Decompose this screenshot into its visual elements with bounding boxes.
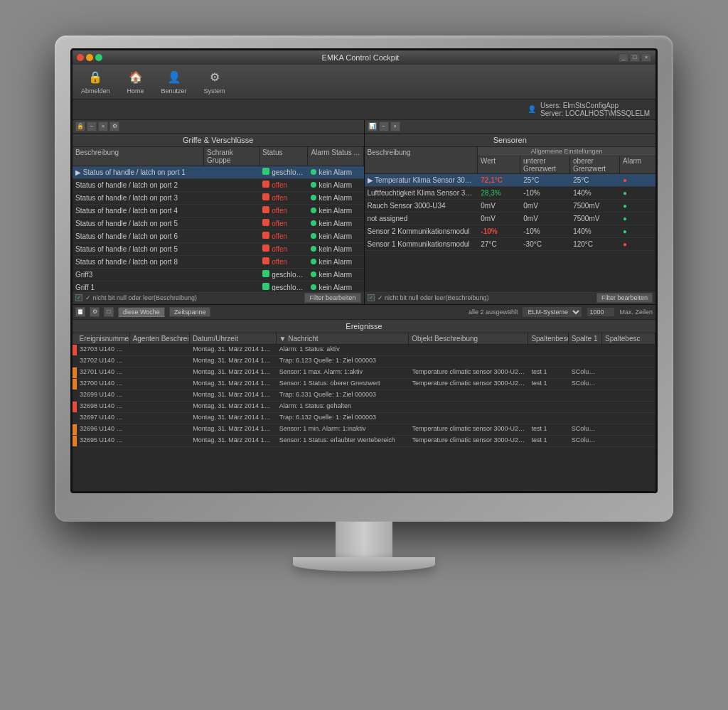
ev-spaltebesc — [602, 390, 655, 401]
table-row[interactable]: Status of handle / latch on port 4 offen… — [73, 205, 364, 217]
row-status: geschlossen — [259, 282, 308, 291]
sensor-row[interactable]: Luftfeuchtigkeit Klima Sensor 3000... 28… — [365, 187, 656, 200]
ev-objekt — [409, 413, 528, 424]
list-item[interactable]: 32699 U140 EMKA TZ Montag, 31. März 2014… — [73, 390, 655, 402]
list-item[interactable]: 32702 U140 EMKA TZ Montag, 31. März 2014… — [73, 356, 655, 367]
filter-bearbeiten-button[interactable]: Filter bearbeiten — [304, 293, 360, 303]
table-row[interactable]: Griff 1 geschlossen kein Alarm — [73, 281, 364, 291]
list-item[interactable]: 32700 U140 EMKA TZ Montag, 31. März 2014… — [73, 379, 655, 390]
sensor-desc: Sensor 2 Kommunikationsmodul — [365, 227, 478, 236]
ev-header-nachricht: ▼ Nachricht — [277, 333, 410, 344]
sensor-x-icon[interactable]: × — [390, 122, 400, 131]
ev-icon1[interactable]: 📋 — [75, 307, 85, 317]
filter-checkbox[interactable]: ✓ — [75, 294, 82, 301]
sensor-row[interactable]: Sensor 1 Kommunikationsmodul 27°C -30°C … — [365, 238, 656, 251]
lock-icon[interactable]: 🔒 — [75, 122, 85, 131]
ev-header-spaltebesc: Spaltebesc — [602, 333, 655, 344]
row-status: offen — [259, 244, 308, 254]
ev-datum: Montag, 31. März 2014 13:46:50 — [190, 356, 277, 367]
elm-systems-select[interactable]: ELM-Systeme — [522, 306, 582, 318]
main-content: 🔒 − × ⚙ Griffe & Verschlüsse Beschreibun… — [73, 120, 655, 491]
sensor-filter-button[interactable]: Filter bearbeiten — [596, 293, 653, 303]
ev-nachricht: Trap: 6.331 Quelle: 1: Ziel 000003 — [277, 390, 410, 401]
abmelden-button[interactable]: 🔒 Abmelden — [78, 68, 113, 96]
tab-zeitspanne[interactable]: Zeitspanne — [169, 307, 211, 317]
sensor-row[interactable]: Rauch Sensor 3000-U34 0mV 0mV 7500mV ● — [365, 200, 656, 213]
list-item[interactable]: 32701 U140 EMKA TZ Montag, 31. März 2014… — [73, 367, 655, 379]
status-icon-red — [262, 206, 269, 213]
system-button[interactable]: ⚙ System — [201, 68, 228, 96]
ev-nr: 32697 U140 EMKA TZ — [77, 413, 130, 424]
main-toolbar: 🔒 Abmelden 🏠 Home 👤 Benutzer ⚙ System — [73, 65, 655, 99]
sensor-row[interactable]: ▶ Temperatur Klima Sensor 3000-U2S 72,1°… — [365, 174, 656, 187]
dot-yellow[interactable] — [86, 54, 93, 61]
home-button[interactable]: 🏠 Home — [124, 68, 147, 96]
sensor-filter-checkbox[interactable]: ✓ — [368, 294, 375, 301]
row-schrank — [204, 274, 259, 275]
ev-spaltebesc — [602, 379, 655, 389]
ev-icon2[interactable]: ⚙ — [90, 307, 100, 317]
sensor-desc: not assigned — [365, 214, 478, 223]
right-panel-toolbar: 📊 − × — [365, 120, 656, 134]
sensor-oberer: 25°C — [570, 176, 620, 185]
row-status: geschlossen — [259, 269, 308, 279]
dot-red[interactable] — [77, 54, 84, 61]
minimize-button[interactable]: _ — [619, 53, 628, 62]
ev-icon3[interactable]: □ — [104, 307, 114, 317]
list-item[interactable]: 32696 U140 EMKA TZ Montag, 31. März 2014… — [73, 424, 655, 436]
ev-spalte: SColumn2 — [569, 367, 602, 378]
table-row[interactable]: Griff3 geschlossen kein Alarm — [73, 269, 364, 281]
list-item[interactable]: 32698 U140 EMKA TZ Montag, 31. März 2014… — [73, 402, 655, 413]
ev-datum: Montag, 31. März 2014 13:46:50 — [190, 367, 277, 378]
close-button[interactable]: × — [641, 53, 651, 62]
table-row[interactable]: Status of handle / latch on port 5 offen… — [73, 217, 364, 230]
sensor-header-row: Beschreibung Allgemeine Einstellungen We… — [365, 147, 656, 174]
row-schrank — [204, 222, 259, 224]
tab-diese-woche[interactable]: diese Woche — [118, 307, 165, 317]
user-info-bar: 👤 Users: ElmStsConfigApp Server: LOCALHO… — [73, 99, 655, 120]
ev-agent — [130, 413, 190, 424]
ev-objekt: Temperature climatic sensor 3000-U2S SCo… — [409, 436, 528, 446]
ev-datum: Montag, 31. März 2014 13:45:55 — [190, 413, 277, 424]
ev-spaltebesc — [602, 413, 655, 424]
row-desc: Status of handle / latch on port 5 — [73, 244, 204, 254]
ev-header-objekt: Objekt Beschreibung — [409, 333, 528, 344]
list-item[interactable]: 32703 U140 EMKA TZ Montag, 31. März 2014… — [73, 345, 655, 356]
row-alarm: kein Alarm — [308, 206, 363, 215]
minus-icon[interactable]: − — [87, 122, 97, 131]
sensor-row[interactable]: Sensor 2 Kommunikationsmodul -10% -10% 1… — [365, 225, 656, 238]
dot-green-title[interactable] — [95, 54, 102, 61]
sensor-icon[interactable]: 📊 — [368, 122, 378, 131]
elm-value-input[interactable] — [587, 307, 615, 317]
table-row[interactable]: Status of handle / latch on port 6 offen… — [73, 230, 364, 243]
benutzer-button[interactable]: 👤 Benutzer — [159, 68, 190, 96]
sensor-unterer: -10% — [520, 188, 570, 198]
status-icon-red — [262, 244, 269, 252]
table-row[interactable]: Status of handle / latch on port 3 offen… — [73, 192, 364, 205]
list-item[interactable]: 32695 U140 EMKA TZ Montag, 31. März 2014… — [73, 436, 655, 447]
ev-agent — [130, 345, 190, 355]
ev-spalte1 — [528, 356, 568, 367]
sensor-wert: 27°C — [478, 240, 520, 249]
table-row[interactable]: ▶ Status of handle / latch on port 1 ges… — [73, 166, 364, 179]
ev-spaltebesc — [602, 424, 655, 435]
table-row[interactable]: Status of handle / latch on port 2 offen… — [73, 179, 364, 192]
sensor-wert: 0mV — [478, 214, 520, 223]
ev-spalte — [569, 345, 602, 355]
ev-nachricht: Sensor: 1 min. Alarm: 1:inaktiv — [277, 424, 410, 435]
events-title: Ereignisse — [73, 320, 655, 333]
table-row[interactable]: Status of handle / latch on port 8 offen… — [73, 256, 364, 269]
ev-spalte1: test 1 — [528, 367, 568, 378]
sensor-alarm: ● — [620, 240, 655, 249]
sensor-minus-icon[interactable]: − — [379, 122, 389, 131]
maximize-button[interactable]: □ — [630, 53, 640, 62]
sensor-unterer: -30°C — [520, 240, 570, 249]
table-row[interactable]: Status of handle / latch on port 5 offen… — [73, 243, 364, 256]
list-item[interactable]: 32697 U140 EMKA TZ Montag, 31. März 2014… — [73, 413, 655, 424]
ev-agent — [130, 379, 190, 389]
settings-icon[interactable]: ⚙ — [109, 122, 119, 131]
sensor-wert: -10% — [478, 227, 520, 236]
sensor-row[interactable]: not assigned 0mV 0mV 7500mV ● — [365, 213, 656, 225]
ev-agent — [130, 402, 190, 412]
x-icon[interactable]: × — [98, 122, 108, 131]
